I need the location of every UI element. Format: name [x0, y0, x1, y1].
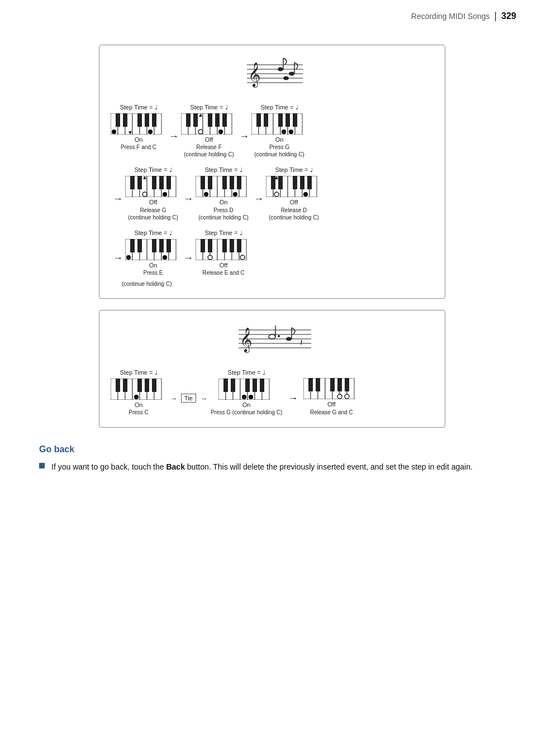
label-below-2: Off Release F (continue holding C): [184, 136, 234, 158]
svg-point-68: [142, 192, 147, 197]
label-below-4: Off Release G (continue holding C): [128, 198, 178, 221]
svg-point-24: [148, 130, 153, 134]
keyboard-svg-d2-3: [303, 378, 359, 399]
svg-rect-166: [245, 379, 250, 392]
svg-rect-63: [130, 176, 135, 189]
step-time-label-8: Step Time = ♩: [204, 229, 242, 237]
svg-text:𝄞: 𝄞: [240, 327, 252, 353]
page-header: Recording MIDI Songs | 329: [411, 10, 516, 22]
keyboard-row-3: → Step Time = ♩: [111, 229, 434, 287]
svg-point-6: [278, 68, 283, 71]
svg-rect-150: [116, 379, 120, 392]
svg-point-38: [198, 130, 203, 134]
step-time-label-d2-2: Step Time = ♩: [228, 369, 265, 376]
arrow-row3-1: →: [183, 241, 193, 264]
svg-point-98: [274, 192, 279, 197]
keyboard-group-4: Step Time = ♩: [125, 166, 181, 221]
label-below-d2-3: Off Release G and C: [310, 400, 353, 415]
svg-rect-96: [300, 176, 304, 189]
header-separator: |: [494, 10, 497, 22]
keyboard-group-7: Step Time = ♩: [125, 229, 181, 276]
diagram-box-1: 𝄞 Step Time = ♩: [99, 45, 445, 299]
keyboard-svg-4: [125, 176, 181, 197]
keyboard-row-2: → Step Time = ♩: [111, 166, 434, 221]
step-time-label-1: Step Time = ♩: [120, 104, 157, 111]
step-time-label-5: Step Time = ♩: [204, 166, 242, 174]
svg-rect-125: [222, 239, 227, 252]
svg-point-23: [112, 130, 116, 134]
label-below-d2-2: On Press G (continue holding C): [211, 401, 282, 416]
label-below-7: On Press E: [143, 261, 163, 276]
svg-point-69: [163, 192, 167, 197]
svg-rect-151: [123, 379, 127, 392]
keyboard-svg-8: [196, 239, 251, 260]
keyboard-svg-2: [181, 113, 237, 135]
svg-rect-111: [159, 239, 164, 252]
svg-point-8: [289, 72, 294, 76]
staff-area-2: 𝄞 𝄽: [111, 319, 434, 358]
svg-rect-180: [316, 378, 320, 391]
arrow-1: →: [169, 119, 179, 142]
svg-rect-37: [222, 113, 227, 127]
svg-rect-33: [186, 113, 191, 127]
arrow-d2-2: →: [200, 394, 207, 403]
keyboard-group-1: Step Time = ♩: [111, 104, 166, 151]
go-back-title: Go back: [39, 444, 511, 454]
svg-rect-65: [152, 176, 156, 189]
svg-rect-22: [152, 113, 156, 127]
svg-rect-154: [152, 379, 156, 392]
svg-rect-183: [345, 378, 349, 391]
svg-rect-127: [237, 239, 241, 252]
page-number: 329: [501, 11, 516, 21]
arrow-2: →: [239, 119, 249, 142]
svg-rect-81: [230, 176, 234, 189]
header-title: Recording MIDI Songs: [411, 12, 490, 21]
step-time-label-d2-1: Step Time = ♩: [120, 369, 157, 376]
go-back-section: Go back If you want to go back, touch th…: [34, 444, 511, 473]
svg-rect-20: [137, 113, 142, 127]
keyboard-group-d2-2: Step Time = ♩: [211, 369, 282, 416]
svg-rect-21: [145, 113, 149, 127]
keyboard-svg-6: [266, 176, 322, 197]
svg-rect-165: [231, 379, 235, 392]
keyboard-group-3: Step Time = ♩: [251, 104, 307, 158]
svg-rect-19: [123, 113, 127, 127]
svg-rect-80: [222, 176, 227, 189]
svg-point-142: [278, 335, 280, 337]
svg-point-170: [249, 395, 253, 399]
svg-rect-34: [193, 113, 198, 127]
svg-rect-51: [285, 113, 290, 127]
label-below-1: On Press F and C: [121, 136, 156, 151]
step-time-label-3: Step Time = ♩: [260, 104, 298, 111]
svg-text:𝄽: 𝄽: [300, 339, 303, 346]
arrow-d2-3: →: [288, 381, 298, 404]
svg-rect-167: [253, 379, 257, 392]
keyboard-group-8: Step Time = ♩: [196, 229, 251, 276]
continue-holding-c-row3: (continue holding C): [122, 281, 434, 287]
step-time-label-2: Step Time = ♩: [190, 104, 227, 111]
svg-rect-36: [215, 113, 220, 127]
svg-point-54: [289, 130, 293, 134]
svg-rect-78: [201, 176, 205, 189]
svg-rect-52: [293, 113, 297, 127]
keyboard-row-3-inner: → Step Time = ♩: [111, 229, 434, 276]
keyboard-svg-d2-2: [218, 379, 274, 400]
svg-rect-66: [159, 176, 164, 189]
svg-text:𝄞: 𝄞: [248, 62, 260, 88]
keyboard-group-d2-1: Step Time = ♩: [111, 369, 166, 416]
svg-rect-18: [116, 113, 120, 127]
label-below-6: Off Release D (continue holding C): [269, 198, 319, 221]
label-below-5: On Press D (continue holding C): [198, 198, 249, 221]
step-time-label-4: Step Time = ♩: [134, 166, 172, 174]
bullet-icon: [39, 463, 45, 468]
keyboard-svg-7: [125, 239, 181, 260]
svg-rect-126: [230, 239, 234, 252]
main-content: 𝄞 Step Time = ♩: [0, 0, 533, 495]
svg-point-139: [286, 337, 292, 341]
svg-rect-94: [278, 176, 283, 189]
svg-rect-168: [260, 379, 264, 392]
svg-point-137: [269, 334, 275, 339]
music-staff-1: 𝄞: [236, 54, 308, 93]
label-below-3: On Press G (continue holding C): [254, 136, 304, 158]
svg-rect-179: [308, 378, 313, 391]
